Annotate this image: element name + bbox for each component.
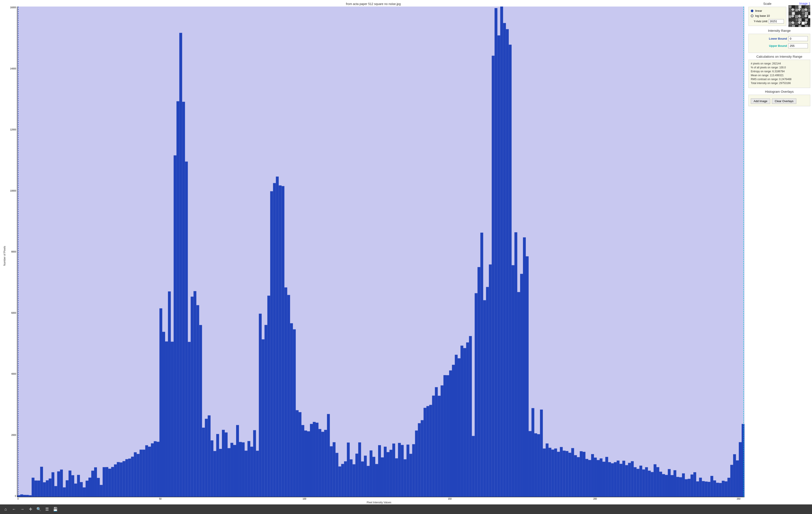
x-axis-label: Pixel Intensity Values bbox=[13, 500, 745, 505]
x-tick-200: 200 bbox=[593, 498, 597, 500]
calc-line-4: RMS contrast on range: 0.2476468 bbox=[751, 78, 808, 81]
y-axis-limit-label: Y-Axis Limit bbox=[754, 20, 767, 23]
radio-log[interactable] bbox=[751, 14, 753, 17]
y-tick-0: 0 bbox=[7, 495, 17, 497]
overlay-title: Histogram Overlays bbox=[748, 90, 810, 93]
scale-linear-option[interactable]: linear bbox=[751, 9, 784, 12]
chart-title: from acta paper 512 square no noise.jpg bbox=[2, 2, 745, 6]
y-tick-14000: 14000 bbox=[7, 68, 17, 70]
overlay-panel: Add Image Clear Overlays bbox=[748, 95, 810, 106]
x-tick-50: 50 bbox=[159, 498, 162, 500]
move-icon[interactable]: ✛ bbox=[27, 506, 33, 512]
save-icon[interactable]: 💾 bbox=[52, 506, 58, 512]
scale-log-option[interactable]: log base 10 bbox=[751, 14, 784, 18]
settings-icon[interactable]: ☰ bbox=[44, 506, 50, 512]
scale-panel: linear log base 10 Y-Axis Limit bbox=[748, 7, 786, 26]
sidebar: Scale linear log base 10 Y-Axis Limit bbox=[747, 0, 812, 505]
x-tick-150: 150 bbox=[448, 498, 452, 500]
y-tick-2000: 2000 bbox=[7, 434, 17, 436]
image-thumbnail bbox=[788, 5, 810, 27]
clear-overlays-button[interactable]: Clear Overlays bbox=[772, 98, 796, 104]
calc-line-2: Entropy on range: 6.3186784 bbox=[751, 70, 808, 73]
x-tick-250: 250 bbox=[737, 498, 741, 500]
add-image-button[interactable]: Add Image bbox=[751, 98, 770, 104]
y-tick-4000: 4000 bbox=[7, 373, 17, 375]
y-axis-limit-input[interactable] bbox=[768, 19, 784, 24]
y-tick-10000: 10000 bbox=[7, 190, 17, 192]
image-label: Image 1 bbox=[799, 2, 810, 5]
radio-linear[interactable] bbox=[751, 9, 753, 12]
calc-line-3: Mean on range: 113.499321 bbox=[751, 74, 808, 77]
zoom-icon[interactable]: 🔍 bbox=[36, 506, 42, 512]
upper-bound-line bbox=[744, 6, 744, 497]
scale-log-label: log base 10 bbox=[755, 14, 770, 18]
toolbar: ⌂ ← → ✛ 🔍 ☰ 💾 bbox=[0, 505, 812, 514]
y-tick-16000: 16000 bbox=[7, 6, 17, 9]
y-tick-6000: 6000 bbox=[7, 312, 17, 314]
scale-linear-label: linear bbox=[755, 9, 762, 12]
calculations-section: Calculations on Intensity Range # pixels… bbox=[748, 55, 810, 88]
calc-line-0: # pixels on range: 262144 bbox=[751, 62, 808, 65]
intensity-section: Intensity Range Lower Bound Upper Bound bbox=[748, 29, 810, 53]
intensity-panel: Lower Bound Upper Bound bbox=[748, 34, 810, 53]
histogram-canvas bbox=[18, 6, 745, 497]
y-axis-label: Number of Pixels bbox=[2, 6, 7, 505]
chart-area: from acta paper 512 square no noise.jpg … bbox=[0, 0, 747, 505]
overlay-section: Histogram Overlays Add Image Clear Overl… bbox=[748, 90, 810, 106]
home-icon[interactable]: ⌂ bbox=[3, 506, 9, 512]
x-tick-100: 100 bbox=[302, 498, 306, 500]
calc-line-1: % of all pixels on range: 100.0 bbox=[751, 66, 808, 69]
forward-icon[interactable]: → bbox=[19, 506, 25, 512]
lower-bound-label: Lower Bound bbox=[769, 37, 787, 40]
scale-title: Scale bbox=[748, 2, 786, 5]
upper-bound-label: Upper Bound bbox=[769, 44, 787, 48]
back-icon[interactable]: ← bbox=[11, 506, 17, 512]
x-tick-0: 0 bbox=[18, 498, 19, 500]
y-tick-12000: 12000 bbox=[7, 129, 17, 131]
calc-panel: # pixels on range: 262144 % of all pixel… bbox=[748, 60, 810, 88]
upper-bound-input[interactable] bbox=[788, 43, 808, 48]
lower-bound-line bbox=[18, 6, 19, 497]
lower-bound-input[interactable] bbox=[788, 36, 808, 41]
calc-title: Calculations on Intensity Range bbox=[748, 55, 810, 58]
calc-line-5: Total intensity on range: 29753166 bbox=[751, 82, 808, 85]
y-tick-8000: 8000 bbox=[7, 251, 17, 253]
thumbnail-canvas bbox=[788, 5, 810, 27]
histogram-chart[interactable] bbox=[17, 6, 745, 497]
intensity-title: Intensity Range bbox=[748, 29, 810, 32]
